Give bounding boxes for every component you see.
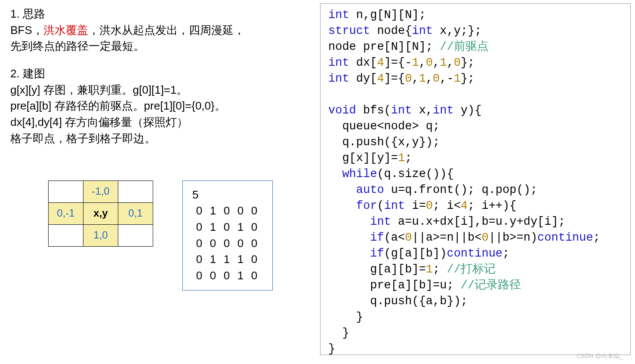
grid-line: 格子即点，格子到格子即边。 (10, 131, 311, 147)
heading-2: 2. 建图 (10, 66, 311, 82)
dir-left: 0,-1 (49, 202, 83, 224)
bfs-line: BFS，洪水覆盖，洪水从起点发出，四周漫延， (10, 22, 311, 39)
heading-1: 1. 思路 (10, 6, 311, 22)
bfs-suffix: ，洪水从起点发出，四周漫延， (88, 24, 245, 37)
code-block: int n,g[N][N]; struct node{int x,y;}; no… (320, 3, 631, 355)
dxdy-line: dx[4],dy[4] 存方向偏移量（探照灯） (10, 114, 311, 131)
sample-matrix: 5 01000 01010 00000 01110 00010 (182, 180, 273, 291)
matrix-row: 01110 (192, 251, 261, 268)
pre-line: pre[a][b] 存路径的前驱点。pre[1][0]={0,0}。 (10, 98, 311, 114)
dir-center: x,y (83, 202, 118, 224)
section-2: 2. 建图 g[x][y] 存图，兼职判重。g[0][1]=1。 pre[a][… (10, 66, 311, 147)
dir-right: 0,1 (118, 202, 153, 224)
matrix-row: 01000 (192, 203, 261, 219)
bfs-prefix: BFS， (10, 24, 43, 37)
dir-up: -1,0 (83, 180, 118, 202)
g-line: g[x][y] 存图，兼职判重。g[0][1]=1。 (10, 82, 311, 98)
flood-fill-term: 洪水覆盖 (43, 24, 88, 37)
matrix-row: 00000 (192, 236, 261, 252)
matrix-n: 5 (192, 187, 261, 203)
watermark: CSDN @向来痴_ (576, 352, 623, 360)
explanation-pane: 1. 思路 BFS，洪水覆盖，洪水从起点发出，四周漫延， 先到终点的路径一定最短… (0, 0, 320, 364)
direction-table: -1,0 0,-1 x,y 0,1 1,0 (48, 180, 153, 247)
diagrams-row: -1,0 0,-1 x,y 0,1 1,0 5 01000 01010 (10, 180, 311, 291)
shortest-line: 先到终点的路径一定最短。 (10, 38, 311, 55)
dir-down: 1,0 (83, 224, 118, 246)
matrix-row: 00010 (192, 268, 261, 284)
matrix-row: 01010 (192, 219, 261, 236)
code-pane: int n,g[N][N]; struct node{int x,y;}; no… (320, 0, 635, 364)
section-1: 1. 思路 BFS，洪水覆盖，洪水从起点发出，四周漫延， 先到终点的路径一定最短… (10, 6, 311, 55)
